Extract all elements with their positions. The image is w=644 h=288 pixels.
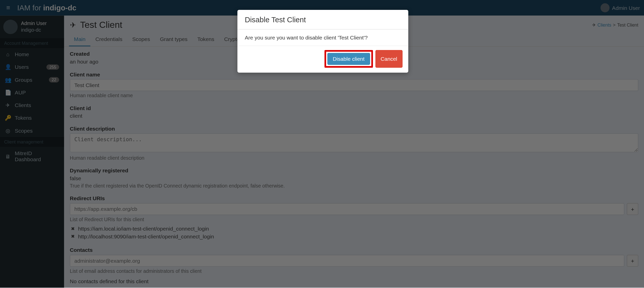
cancel-button[interactable]: Cancel [375,50,403,68]
confirm-highlight: Disable client [325,50,373,68]
modal-body: Are you sure you want to disable client … [237,30,408,46]
modal-title: Disable Test Client [245,16,401,24]
disable-client-button[interactable]: Disable client [328,53,370,65]
disable-client-modal: Disable Test Client Are you sure you wan… [237,10,408,73]
